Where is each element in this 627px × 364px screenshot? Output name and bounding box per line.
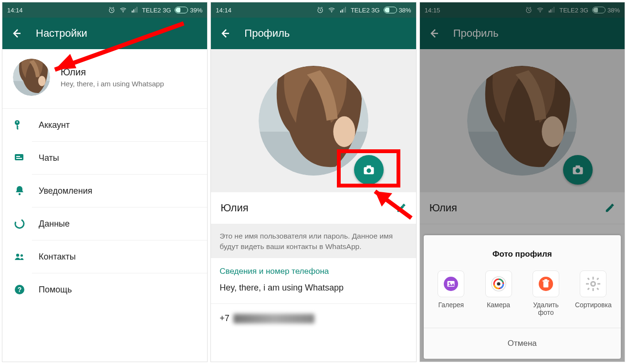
contacts-icon [14, 251, 25, 262]
about-section-title: Сведения и номер телефона [211, 258, 416, 281]
alarm-icon [108, 6, 115, 14]
back-icon[interactable] [219, 28, 231, 39]
sheet-title: Фото профиля [424, 235, 621, 270]
screen-settings: 14:14 TELE2 3G 39% Настройки [2, 2, 208, 362]
battery-indicator: 39% [175, 7, 202, 14]
battery-percent: 39% [190, 7, 202, 14]
profile-status[interactable]: Hey, there, i am using Whatsapp [211, 281, 416, 304]
page-title: Профиль [244, 27, 290, 40]
wifi-icon [119, 6, 127, 14]
alarm-icon [316, 6, 324, 14]
carrier-label: TELE2 3G [142, 7, 171, 14]
battery-percent: 38% [399, 7, 411, 14]
help-icon [14, 284, 25, 295]
key-icon [14, 119, 25, 131]
option-gallery[interactable]: Галерея [429, 270, 472, 316]
avatar[interactable] [13, 59, 50, 96]
menu-account[interactable]: Аккаунт [32, 109, 207, 142]
status-time: 14:14 [216, 7, 231, 14]
edit-name-icon[interactable] [396, 203, 407, 213]
app-bar: Профиль [211, 18, 416, 49]
menu-help[interactable]: Помощь [32, 273, 207, 306]
menu-data[interactable]: Данные [32, 208, 207, 240]
photo-options-sheet: Фото профиля Галерея Камера Удалить фото… [424, 235, 621, 359]
option-camera[interactable]: Камера [477, 270, 520, 316]
app-bar: Настройки [2, 18, 207, 49]
profile-row[interactable]: Юлия Hey, there, i am using Whatsapp [2, 49, 207, 109]
option-sort[interactable]: Сортировка [572, 270, 615, 316]
phone-number-hidden [233, 314, 314, 323]
menu-notifications[interactable]: Уведомления [32, 175, 207, 208]
screen-profile-photo-sheet: 14:15 TELE2 3G 38% Профиль [419, 2, 625, 362]
phone-prefix: +7 [219, 313, 230, 323]
profile-name: Юлия [61, 67, 164, 78]
data-icon [14, 218, 25, 229]
option-delete-photo[interactable]: Удалить фото [524, 270, 567, 316]
status-time: 14:14 [7, 7, 23, 14]
gallery-icon [442, 275, 460, 292]
chat-icon [14, 152, 25, 164]
name-hint: Это не имя пользователя или пароль. Данн… [211, 224, 416, 258]
screen-profile: 14:14 TELE2 3G 38% Профиль [210, 2, 416, 362]
status-bar: 14:14 TELE2 3G 39% [2, 2, 207, 18]
signal-icon [131, 6, 138, 14]
carrier-label: TELE2 3G [351, 7, 380, 14]
trash-icon [537, 275, 554, 292]
page-title: Настройки [36, 27, 87, 40]
gear-icon [585, 275, 602, 292]
phone-number-row[interactable]: +7 [211, 304, 416, 333]
name-row[interactable]: Юлия [211, 192, 416, 224]
bell-icon [14, 185, 25, 197]
wifi-icon [328, 6, 335, 14]
signal-icon [339, 6, 347, 14]
back-icon[interactable] [11, 28, 22, 39]
annotation-box [337, 149, 400, 187]
menu-contacts[interactable]: Контакты [32, 240, 207, 273]
profile-name: Юлия [220, 202, 248, 214]
sheet-cancel-button[interactable]: Отмена [424, 328, 621, 359]
battery-indicator: 38% [384, 7, 411, 14]
menu-chats[interactable]: Чаты [32, 142, 207, 175]
camera-color-icon [490, 275, 507, 292]
status-bar: 14:14 TELE2 3G 38% [211, 2, 416, 18]
profile-status: Hey, there, i am using Whatsapp [61, 80, 164, 88]
